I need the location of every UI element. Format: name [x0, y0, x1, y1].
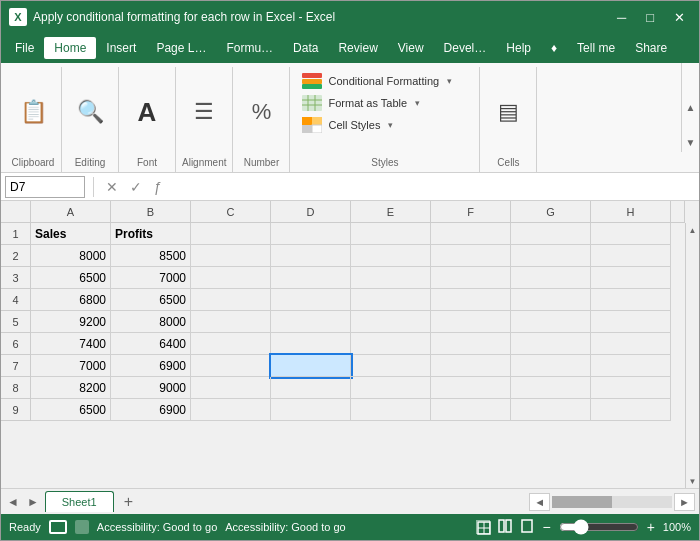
- cell-b6[interactable]: 6400: [111, 333, 191, 355]
- menu-formulas[interactable]: Formu…: [216, 37, 283, 59]
- cancel-formula-icon[interactable]: ✕: [102, 177, 122, 197]
- row-header-7[interactable]: 7: [1, 355, 31, 377]
- font-button[interactable]: A: [125, 95, 169, 129]
- col-header-c[interactable]: C: [191, 201, 271, 223]
- ribbon-scroll-down[interactable]: ▼: [681, 132, 699, 152]
- cell-g2[interactable]: [511, 245, 591, 267]
- scroll-track[interactable]: [686, 237, 699, 474]
- cell-b3[interactable]: 7000: [111, 267, 191, 289]
- conditional-formatting-button[interactable]: Conditional Formatting ▾: [298, 71, 471, 91]
- row-header-6[interactable]: 6: [1, 333, 31, 355]
- scroll-up-button[interactable]: ▲: [686, 223, 699, 237]
- cell-g4[interactable]: [511, 289, 591, 311]
- menu-developer[interactable]: Devel…: [434, 37, 497, 59]
- cell-g3[interactable]: [511, 267, 591, 289]
- col-header-f[interactable]: F: [431, 201, 511, 223]
- sheet-tab-sheet1[interactable]: Sheet1: [45, 491, 114, 512]
- cell-a3[interactable]: 6500: [31, 267, 111, 289]
- add-sheet-button[interactable]: +: [116, 491, 141, 513]
- cell-a7[interactable]: 7000: [31, 355, 111, 377]
- cell-f1[interactable]: [431, 223, 511, 245]
- cell-f7[interactable]: [431, 355, 511, 377]
- tab-scroll-right[interactable]: ►: [25, 493, 41, 511]
- formula-input[interactable]: [170, 180, 695, 194]
- cell-f2[interactable]: [431, 245, 511, 267]
- col-header-b[interactable]: B: [111, 201, 191, 223]
- cell-d5[interactable]: [271, 311, 351, 333]
- row-header-1[interactable]: 1: [1, 223, 31, 245]
- cell-h7[interactable]: [591, 355, 671, 377]
- row-header-4[interactable]: 4: [1, 289, 31, 311]
- cell-e4[interactable]: [351, 289, 431, 311]
- cell-g7[interactable]: [511, 355, 591, 377]
- cell-a8[interactable]: 8200: [31, 377, 111, 399]
- zoom-plus[interactable]: +: [647, 519, 655, 535]
- cell-e6[interactable]: [351, 333, 431, 355]
- menu-view[interactable]: View: [388, 37, 434, 59]
- row-header-2[interactable]: 2: [1, 245, 31, 267]
- cells-button[interactable]: ▤: [486, 97, 530, 127]
- cell-h5[interactable]: [591, 311, 671, 333]
- cell-f4[interactable]: [431, 289, 511, 311]
- page-view-icon[interactable]: [49, 520, 67, 534]
- format-as-table-button[interactable]: Format as Table ▾: [298, 93, 471, 113]
- menu-file[interactable]: File: [5, 37, 44, 59]
- close-button[interactable]: ✕: [668, 8, 691, 27]
- cell-c5[interactable]: [191, 311, 271, 333]
- row-header-5[interactable]: 5: [1, 311, 31, 333]
- zoom-minus[interactable]: −: [542, 519, 550, 535]
- menu-insert[interactable]: Insert: [96, 37, 146, 59]
- scroll-down-button[interactable]: ▼: [686, 474, 699, 488]
- cell-d4[interactable]: [271, 289, 351, 311]
- cell-a5[interactable]: 9200: [31, 311, 111, 333]
- cell-b4[interactable]: 6500: [111, 289, 191, 311]
- cell-a2[interactable]: 8000: [31, 245, 111, 267]
- cell-c1[interactable]: [191, 223, 271, 245]
- cell-d1[interactable]: [271, 223, 351, 245]
- cell-b7[interactable]: 6900: [111, 355, 191, 377]
- cell-h4[interactable]: [591, 289, 671, 311]
- cell-g1[interactable]: [511, 223, 591, 245]
- col-header-g[interactable]: G: [511, 201, 591, 223]
- minimize-button[interactable]: ─: [611, 8, 632, 27]
- cell-h1[interactable]: [591, 223, 671, 245]
- editing-button[interactable]: 🔍: [68, 97, 112, 127]
- cell-b9[interactable]: 6900: [111, 399, 191, 421]
- cell-e2[interactable]: [351, 245, 431, 267]
- confirm-formula-icon[interactable]: ✓: [126, 177, 146, 197]
- cell-a4[interactable]: 6800: [31, 289, 111, 311]
- cell-f3[interactable]: [431, 267, 511, 289]
- name-box[interactable]: [5, 176, 85, 198]
- number-button[interactable]: %: [239, 97, 283, 127]
- cell-h2[interactable]: [591, 245, 671, 267]
- cell-c8[interactable]: [191, 377, 271, 399]
- menu-tell-me[interactable]: Tell me: [567, 37, 625, 59]
- cell-b2[interactable]: 8500: [111, 245, 191, 267]
- col-header-e[interactable]: E: [351, 201, 431, 223]
- cell-h3[interactable]: [591, 267, 671, 289]
- col-header-d[interactable]: D: [271, 201, 351, 223]
- cell-d7[interactable]: [271, 355, 351, 377]
- cell-c4[interactable]: [191, 289, 271, 311]
- insert-function-icon[interactable]: ƒ: [150, 177, 166, 197]
- tab-scroll-left[interactable]: ◄: [5, 493, 21, 511]
- cell-e5[interactable]: [351, 311, 431, 333]
- cell-g5[interactable]: [511, 311, 591, 333]
- menu-lightbulb[interactable]: ♦: [541, 37, 567, 59]
- col-header-a[interactable]: A: [31, 201, 111, 223]
- row-header-8[interactable]: 8: [1, 377, 31, 399]
- cell-a1[interactable]: Sales: [31, 223, 111, 245]
- zoom-slider[interactable]: [559, 519, 639, 535]
- cell-b8[interactable]: 9000: [111, 377, 191, 399]
- cell-a9[interactable]: 6500: [31, 399, 111, 421]
- cell-h9[interactable]: [591, 399, 671, 421]
- cell-d9[interactable]: [271, 399, 351, 421]
- cell-styles-button[interactable]: Cell Styles ▾: [298, 115, 471, 135]
- cell-e1[interactable]: [351, 223, 431, 245]
- cell-g8[interactable]: [511, 377, 591, 399]
- menu-home[interactable]: Home: [44, 37, 96, 59]
- menu-share[interactable]: Share: [625, 37, 677, 59]
- cell-c9[interactable]: [191, 399, 271, 421]
- cell-d2[interactable]: [271, 245, 351, 267]
- cell-g9[interactable]: [511, 399, 591, 421]
